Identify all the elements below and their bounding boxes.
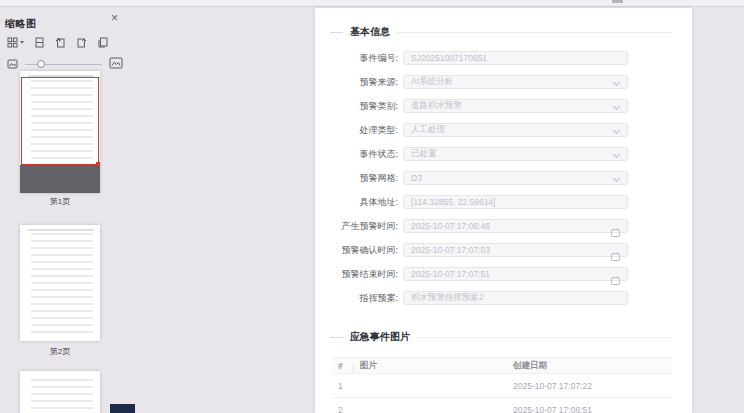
cell-date: 2025-10-07 17:06:51 xyxy=(507,405,672,413)
event-id-input[interactable]: SJ20251007170651 xyxy=(403,51,628,65)
field-label: 指挥预案: xyxy=(315,292,403,305)
thumbnail-panel-header: 缩略图 × xyxy=(0,7,130,29)
form-fields: 事件编号: SJ20251007170651 预警来源: AI系统分析 预警类别… xyxy=(315,46,692,310)
thumbnail-label-2: 第2页 xyxy=(20,346,100,357)
cell-index: 2 xyxy=(332,405,354,413)
field-label: 预警来源: xyxy=(315,76,403,89)
section-basic-info: 基本信息 xyxy=(315,22,692,42)
alert-confirmed-time-picker[interactable]: 2025-10-07 17:07:03 xyxy=(403,243,628,257)
thumbnail-zoom-slider[interactable] xyxy=(25,64,102,65)
calendar-icon xyxy=(611,247,620,265)
grid-view-icon[interactable] xyxy=(7,37,24,48)
section-event-images: 应急事件图片 xyxy=(315,327,692,347)
single-page-icon[interactable] xyxy=(34,37,45,48)
section-rule xyxy=(417,337,672,338)
alert-source-select[interactable]: AI系统分析 xyxy=(403,75,628,89)
screen: 缩略图 × xyxy=(0,0,744,413)
taskbar-fragment xyxy=(110,404,135,413)
rotate-left-icon[interactable] xyxy=(55,37,66,48)
cell-date: 2025-10-07 17:07:22 xyxy=(507,381,672,391)
chevron-down-icon xyxy=(613,151,620,158)
form-row: 预警确认时间: 2025-10-07 17:07:03 xyxy=(315,238,692,262)
field-label: 具体地址: xyxy=(315,196,403,209)
field-label: 事件编号: xyxy=(315,52,403,65)
rotate-right-icon[interactable] xyxy=(76,37,87,48)
field-label: 预警类别: xyxy=(315,100,403,113)
field-label: 预警结束时间: xyxy=(315,268,403,281)
field-label: 预警网格: xyxy=(315,172,403,185)
mini-page-heading xyxy=(28,229,94,231)
viewport-resize-handle[interactable] xyxy=(96,162,100,166)
table-row[interactable]: 2 2025-10-07 17:06:51 xyxy=(332,398,672,413)
table-row[interactable]: 1 2025-10-07 17:07:22 xyxy=(332,374,672,398)
window-top-strip xyxy=(0,0,744,7)
col-header-index: # xyxy=(332,361,354,371)
thumbnail-toolbar xyxy=(7,37,130,48)
chevron-down-icon xyxy=(613,127,620,134)
chevron-down-icon xyxy=(613,103,620,110)
process-type-select[interactable]: 人工处理 xyxy=(403,123,628,137)
event-images-table: # 图片 创建日期 1 2025-10-07 17:07:22 2 2025-1… xyxy=(332,357,672,413)
window-tab-tick xyxy=(612,0,623,3)
form-row: 事件编号: SJ20251007170651 xyxy=(315,46,692,70)
close-icon[interactable]: × xyxy=(111,13,118,23)
mini-page-content xyxy=(31,233,93,333)
thumbnail-page-3[interactable] xyxy=(20,371,100,413)
field-label: 处理类型: xyxy=(315,124,403,137)
col-header-date: 创建日期 xyxy=(507,360,672,372)
command-plan-input[interactable]: 积水预警指挥预案2 xyxy=(403,291,628,305)
document-page: 基本信息 事件编号: SJ20251007170651 预警来源: AI系统分析… xyxy=(315,8,692,413)
section-rule xyxy=(397,32,672,33)
chevron-down-icon xyxy=(613,175,620,182)
address-input[interactable]: [114.32855, 22.59614] xyxy=(403,195,628,209)
calendar-icon xyxy=(611,271,620,289)
alert-end-time-picker[interactable]: 2025-10-07 17:07:51 xyxy=(403,267,628,281)
form-row: 事件状态: 已处置 xyxy=(315,142,692,166)
form-row: 产生预警时间: 2025-10-07 17:06:46 xyxy=(315,214,692,238)
viewport-rect[interactable] xyxy=(21,77,99,165)
section-dash xyxy=(330,32,343,33)
field-label: 产生预警时间: xyxy=(315,220,403,233)
panel-title: 缩略图 xyxy=(5,18,37,29)
zoom-in-thumbnail-icon[interactable] xyxy=(109,55,123,73)
event-status-select[interactable]: 已处置 xyxy=(403,147,628,161)
form-row: 处理类型: 人工处理 xyxy=(315,118,692,142)
mini-page-dark-section xyxy=(20,165,100,193)
form-row: 预警来源: AI系统分析 xyxy=(315,70,692,94)
form-row: 预警结束时间: 2025-10-07 17:07:51 xyxy=(315,262,692,286)
cell-index: 1 xyxy=(332,381,354,391)
thumbnail-page-1[interactable] xyxy=(20,71,100,193)
section-dash xyxy=(330,337,343,338)
form-row: 具体地址: [114.32855, 22.59614] xyxy=(315,190,692,214)
zoom-out-thumbnail-icon[interactable] xyxy=(7,55,18,73)
field-label: 预警确认时间: xyxy=(315,244,403,257)
chevron-down-icon xyxy=(20,41,24,44)
section-title: 基本信息 xyxy=(350,25,390,39)
thumbnail-panel: 缩略图 × xyxy=(0,7,130,413)
copy-pages-icon[interactable] xyxy=(97,37,109,48)
alert-grid-select[interactable]: D3 xyxy=(403,171,628,185)
col-header-image: 图片 xyxy=(354,360,507,372)
thumbnail-label-1: 第1页 xyxy=(20,196,100,207)
thumbnail-page-2[interactable] xyxy=(20,225,100,341)
form-row: 预警类别: 道路积水预警 xyxy=(315,94,692,118)
form-row: 预警网格: D3 xyxy=(315,166,692,190)
table-header-row: # 图片 创建日期 xyxy=(332,358,672,374)
field-label: 事件状态: xyxy=(315,148,403,161)
section-title: 应急事件图片 xyxy=(350,330,410,344)
alert-category-select[interactable]: 道路积水预警 xyxy=(403,99,628,113)
slider-handle[interactable] xyxy=(37,60,45,68)
alert-generated-time-picker[interactable]: 2025-10-07 17:06:46 xyxy=(403,219,628,233)
mini-page-content xyxy=(31,379,93,413)
form-row: 指挥预案: 积水预警指挥预案2 xyxy=(315,286,692,310)
thumbnail-zoom-row xyxy=(7,57,123,71)
chevron-down-icon xyxy=(613,79,620,86)
calendar-icon xyxy=(611,223,620,241)
